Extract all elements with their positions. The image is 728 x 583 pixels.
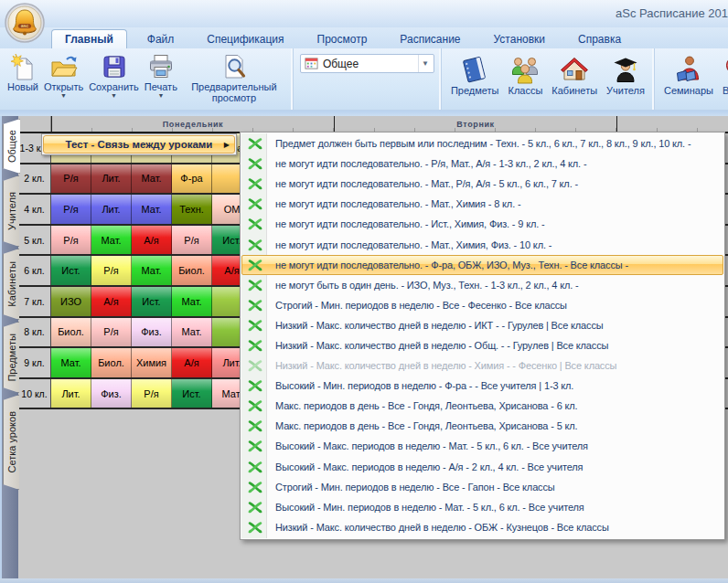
- lesson-cell[interactable]: Химия: [132, 348, 172, 377]
- sidebar-tab-general[interactable]: Общее: [3, 119, 20, 174]
- lesson-cell[interactable]: А/я: [172, 348, 212, 377]
- lesson-cell[interactable]: Мат.: [172, 287, 212, 316]
- submenu-item[interactable]: Низкий - Макс. количество дней в неделю …: [241, 517, 723, 537]
- lesson-cell[interactable]: Мат.: [172, 318, 212, 347]
- submenu-item[interactable]: Макс. периодов в день - Все - Гондя, Лео…: [241, 396, 723, 416]
- lesson-cell[interactable]: Мат.: [51, 348, 91, 377]
- submenu-item[interactable]: не могут быть в один день. - ИЗО, Муз., …: [241, 275, 723, 295]
- sidebar-tab-lesson-grid[interactable]: Сетка уроков: [3, 395, 19, 490]
- class-row-label[interactable]: 5 кл.: [18, 226, 51, 255]
- submenu-item-text: Низкий - Макс. количество дней в неделю …: [275, 340, 608, 351]
- sidebar-tab-classrooms[interactable]: Кабинеты: [3, 249, 19, 320]
- lesson-cell[interactable]: Р/я: [51, 226, 91, 255]
- subjects-button[interactable]: Предметы: [446, 51, 504, 96]
- class-row-label[interactable]: 10 кл.: [18, 379, 51, 408]
- lesson-cell[interactable]: Ист.: [51, 256, 91, 285]
- submenu-item[interactable]: Высокий - Мин. периодов в неделю - Мат. …: [241, 497, 723, 517]
- submenu-item[interactable]: Низкий - Макс. количество дней в неделю …: [241, 335, 723, 355]
- submenu-item[interactable]: не могут идти последовательно. - Р/я, Ма…: [241, 154, 723, 174]
- link-icon: [247, 357, 263, 374]
- chevron-down-icon[interactable]: ▼: [418, 55, 432, 72]
- lesson-cell[interactable]: Физ.: [91, 379, 132, 408]
- class-row-label[interactable]: 4 кл.: [18, 195, 51, 224]
- lesson-cell[interactable]: ИЗО: [51, 287, 91, 316]
- submenu-item[interactable]: Макс. периодов в день - Все - Гондя, Лео…: [241, 416, 723, 436]
- tab-help[interactable]: Справка: [565, 30, 634, 48]
- teachers-button[interactable]: Учителя: [602, 51, 649, 96]
- submenu-item[interactable]: не могут идти последовательно. - Мат., Р…: [241, 174, 723, 194]
- context-menu-item-test-link[interactable]: Тест - Связь между уроками ▶: [43, 135, 235, 154]
- tab-file[interactable]: Файл: [134, 30, 187, 48]
- tab-main[interactable]: Главный: [51, 29, 127, 48]
- link-icon: [247, 479, 263, 495]
- save-button[interactable]: Сохранить▼: [86, 51, 142, 101]
- sidebar-tab-teachers[interactable]: Учителя: [3, 175, 19, 247]
- lesson-cell[interactable]: Р/я: [132, 379, 172, 408]
- submenu-item[interactable]: Низкий - Макс. количество дней в неделю …: [241, 315, 723, 335]
- class-row-label[interactable]: 7 кл.: [18, 287, 51, 316]
- lesson-cell[interactable]: Р/я: [91, 318, 132, 347]
- dropdown-arrow-icon[interactable]: ▼: [157, 92, 164, 101]
- submenu-item[interactable]: Высокий - Макс. периодов в неделю - А/я …: [241, 457, 723, 477]
- class-row-label[interactable]: 8 кл.: [18, 318, 51, 347]
- lesson-cell[interactable]: Ф-ра: [172, 164, 212, 194]
- dropdown-arrow-icon[interactable]: ▼: [111, 92, 117, 101]
- submenu-item[interactable]: Предмет должен быть первым или последним…: [241, 133, 723, 154]
- print-preview-button[interactable]: Предварительный просмотр: [180, 51, 288, 111]
- new-button[interactable]: Новый: [5, 51, 41, 101]
- submenu-item[interactable]: не могут идти последовательно. - Ф-ра, О…: [241, 255, 723, 275]
- lesson-cell[interactable]: Биол.: [51, 318, 91, 347]
- lesson-cell[interactable]: Р/я: [91, 256, 132, 285]
- new-document-icon: [8, 52, 37, 81]
- class-row-label[interactable]: 6 кл.: [18, 256, 51, 285]
- lesson-cell[interactable]: Р/я: [51, 195, 91, 224]
- lesson-cell[interactable]: Лит.: [51, 379, 91, 408]
- open-button-label: Открыть: [44, 81, 83, 92]
- classes-button[interactable]: Классы: [503, 51, 547, 96]
- tab-specification[interactable]: Спецификация: [194, 30, 296, 48]
- lesson-cell[interactable]: Ист.: [132, 287, 172, 316]
- lesson-cell[interactable]: Биол.: [172, 256, 212, 285]
- link-icon: [247, 277, 263, 293]
- submenu-item[interactable]: Строгий - Мин. периодов в неделю - Все -…: [241, 477, 723, 497]
- sidebar-tab-subjects[interactable]: Предметы: [3, 322, 19, 393]
- submenu-item[interactable]: не могут идти последовательно. - Мат., Х…: [241, 234, 723, 254]
- link-icon: [247, 237, 263, 253]
- lesson-cell[interactable]: Лит.: [91, 195, 132, 224]
- lesson-cell[interactable]: Мат.: [132, 164, 172, 194]
- sidebar-tab-label: Предметы: [6, 334, 17, 382]
- tab-timetable[interactable]: Расписание: [387, 30, 473, 48]
- print-button[interactable]: Печать▼: [142, 51, 180, 101]
- submenu-item[interactable]: Высокий - Макс. периодов в неделю - Мат.…: [241, 436, 723, 456]
- relations-button[interactable]: Взаимо: [718, 51, 728, 96]
- lesson-cell[interactable]: Лит.: [91, 164, 132, 194]
- lesson-cell[interactable]: А/я: [91, 287, 132, 316]
- view-selector[interactable]: Общее ▼: [300, 54, 434, 73]
- window-bottom-border: [0, 578, 728, 583]
- lesson-cell[interactable]: Мат.: [91, 226, 132, 255]
- submenu-item[interactable]: Высокий - Мин. периодов в неделю - Ф-ра …: [241, 376, 723, 396]
- app-logo-bell-icon[interactable]: asc: [4, 2, 46, 44]
- class-row-label[interactable]: 2 кл.: [18, 164, 51, 194]
- classrooms-button[interactable]: Кабинеты: [547, 51, 602, 96]
- submenu-item[interactable]: Строгий - Мин. периодов в неделю - Все -…: [241, 295, 723, 315]
- lesson-cell[interactable]: Физ.: [132, 318, 172, 347]
- submenu-item[interactable]: не могут идти последовательно. - Ист., Х…: [241, 214, 723, 234]
- submenu-item[interactable]: не могут идти последовательно. - Мат., Х…: [241, 194, 723, 214]
- lesson-cell[interactable]: Р/я: [51, 164, 91, 194]
- lesson-cell[interactable]: Биол.: [91, 348, 132, 377]
- open-button[interactable]: Открыть▼: [41, 51, 86, 101]
- dropdown-arrow-icon[interactable]: ▼: [60, 92, 67, 101]
- lesson-cell[interactable]: Ист.: [172, 379, 212, 408]
- lesson-cell[interactable]: А/я: [132, 226, 172, 255]
- lesson-cell[interactable]: Мат.: [132, 195, 172, 224]
- class-row-label[interactable]: 9 кл.: [18, 348, 51, 377]
- tab-settings[interactable]: Установки: [481, 30, 558, 48]
- sidebar-tab-label: Кабинеты: [6, 261, 17, 307]
- lesson-cell[interactable]: Техн.: [172, 195, 212, 224]
- seminars-button[interactable]: Семинары: [659, 51, 718, 96]
- lesson-cell[interactable]: Р/я: [172, 226, 212, 255]
- tab-view[interactable]: Просмотр: [305, 30, 380, 48]
- link-icon: [247, 337, 263, 354]
- lesson-cell[interactable]: Мат.: [132, 256, 172, 285]
